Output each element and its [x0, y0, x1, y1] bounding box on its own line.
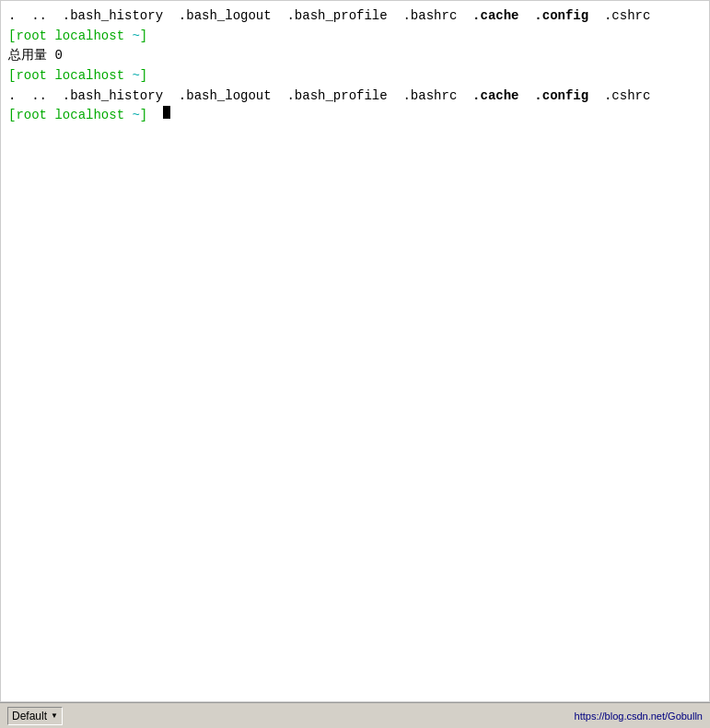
terminal-output-line3: 总用量 0 [8, 46, 702, 66]
terminal-output-line5: . .. .bash_history .bash_logout .bash_pr… [8, 87, 702, 107]
dropdown-arrow-icon: ▼ [51, 711, 58, 720]
status-bar: Default ▼ https://blog.csdn.net/Gobulln [0, 702, 710, 728]
output-text: . .. .bash_history .bash_logout .bash_pr… [8, 6, 472, 27]
prompt2-hash: # [147, 66, 163, 87]
cmd-ll: ll [163, 27, 179, 47]
prompt2-bracket-open: [ [8, 66, 16, 87]
terminal-area[interactable]: . .. .bash_history .bash_logout .bash_pr… [0, 0, 710, 702]
terminal-output-line1: . .. .bash_history .bash_logout .bash_pr… [8, 6, 702, 27]
prompt2-space [124, 66, 132, 87]
status-left: Default ▼ [7, 707, 63, 725]
terminal-prompt-line2: [root@localhost ~]# ll [8, 27, 702, 47]
prompt-user: root [16, 27, 47, 47]
prompt3-bracket-close: ] [140, 106, 147, 126]
prompt2-host: localhost [54, 66, 124, 87]
terminal-prompt-line4: [root@localhost ~]# ls -a [8, 66, 702, 87]
config-file2: .config [534, 87, 588, 107]
prompt2-tilde: ~ [132, 66, 139, 87]
total-text: 总用量 0 [8, 46, 63, 66]
config-file: .config [534, 6, 588, 27]
prompt2-at: @ [47, 66, 54, 87]
profile-label: Default [12, 710, 47, 722]
output2-space [519, 87, 535, 107]
prompt-hash: # [147, 27, 163, 47]
prompt-host: localhost [54, 27, 124, 47]
prompt-at: @ [47, 27, 54, 47]
prompt3-at: @ [47, 106, 54, 126]
prompt-bracket-close: ] [140, 27, 147, 47]
terminal-prompt-line6[interactable]: [root@localhost ~]# [8, 106, 702, 126]
output-space [519, 6, 535, 27]
prompt-tilde: ~ [132, 27, 139, 47]
terminal-cursor [163, 106, 170, 119]
prompt3-tilde: ~ [132, 106, 139, 126]
prompt3-bracket-open: [ [8, 106, 16, 126]
prompt3-space [124, 106, 132, 126]
prompt2-bracket-close: ] [140, 66, 147, 87]
output2-text: . .. .bash_history .bash_logout .bash_pr… [8, 87, 472, 107]
output-cshrc: .cshrc [588, 6, 650, 27]
profile-dropdown[interactable]: Default ▼ [7, 707, 63, 725]
prompt3-hash: # [147, 106, 163, 126]
prompt3-user: root [16, 106, 47, 126]
cache-file: .cache [472, 6, 518, 27]
prompt3-host: localhost [54, 106, 124, 126]
cmd-ls-a: ls -a [163, 66, 202, 87]
cache-file2: .cache [472, 87, 518, 107]
output2-cshrc: .cshrc [588, 87, 650, 107]
status-url: https://blog.csdn.net/Gobulln [575, 711, 703, 722]
prompt-bracket-open: [ [8, 27, 16, 47]
prompt-space [124, 27, 132, 47]
prompt2-user: root [16, 66, 47, 87]
